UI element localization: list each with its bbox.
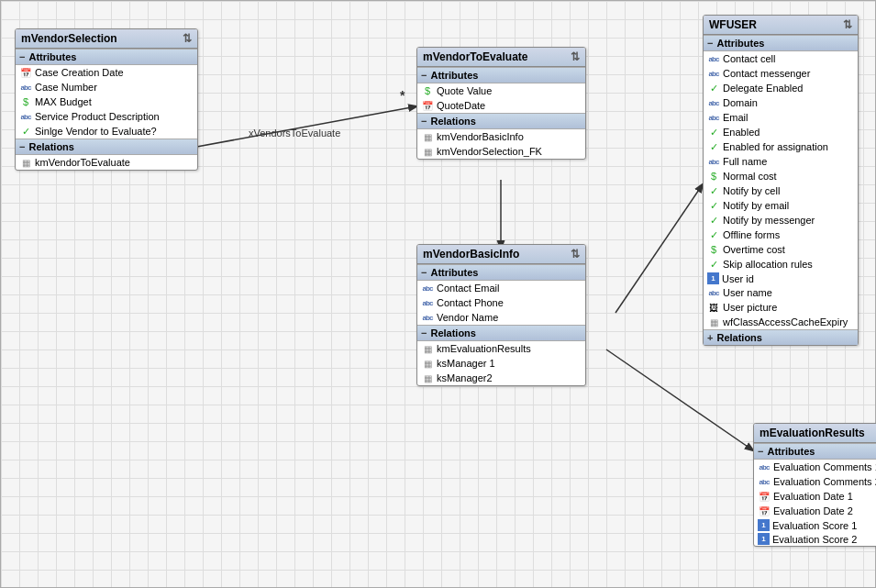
entity-mVendorBasicInfo: mVendorBasicInfo ⇅ − Attributes abc Cont… [416,244,586,386]
abc-icon: abc [707,155,720,168]
entity-mVendorToEvaluate: mVendorToEvaluate ⇅ − Attributes $ Quote… [416,47,586,160]
attr-contact-messenger: abc Contact messenger [704,66,858,81]
entity-header-WFUSER: WFUSER ⇅ [704,16,858,35]
rel-ksManager2: ▦ ksManager2 [417,371,585,385]
calendar-icon: 📅 [758,490,771,503]
expand-icon[interactable]: ⇅ [183,32,192,45]
attr-user-picture: 🖼 User picture [704,300,858,315]
attr-eval-comments-2: abc Evaluation Comments 2 [754,474,876,489]
entity-mEvaluationResults: mEvaluationResults ⇅ − Attributes abc Ev… [753,423,876,547]
abc-icon: abc [758,460,771,473]
attr-enabled: ✓ Enabled [704,125,858,139]
abc-icon: abc [758,475,771,488]
dollar-icon: $ [19,95,32,108]
attr-eval-date-2: 📅 Evaluation Date 2 [754,504,876,518]
entity-WFUSER: WFUSER ⇅ − Attributes abc Contact cell a… [703,15,859,346]
dollar-icon: $ [421,84,434,97]
expand-icon[interactable]: ⇅ [571,248,580,261]
rel-kmVendorSelection-fk: ▦ kmVendorSelection_FK [417,144,585,159]
attributes-section-header: − Attributes [704,35,858,51]
entity-header-mVendorToEvaluate: mVendorToEvaluate ⇅ [417,48,585,67]
attr-eval-date-1: 📅 Evaluation Date 1 [754,489,876,504]
attr-user-id: 1 User id [704,272,858,285]
attr-enabled-for-assignation: ✓ Enabled for assignation [704,139,858,154]
attr-delegate-enabled: ✓ Delegate Enabled [704,81,858,95]
calendar-icon: 📅 [19,66,32,79]
attr-case-number: abc Case Number [16,80,197,94]
entity-header-mVendorSelection: mVendorSelection ⇅ [16,29,197,49]
abc-icon: abc [421,296,434,309]
diagram-canvas: xVendorsToEvaluate * mVendorSelection ⇅ … [0,0,876,588]
abc-icon: abc [707,111,720,124]
abc-icon2: abc [19,110,32,123]
check-icon: ✓ [707,258,720,271]
attr-quote-value: $ Quote Value [417,83,585,98]
entity-title: mVendorBasicInfo [423,248,519,261]
check-icon: ✓ [19,125,32,138]
attr-overtime-cost: $ Overtime cost [704,242,858,257]
attr-vendor-name: abc Vendor Name [417,310,585,325]
num-icon: 1 [758,519,770,531]
entity-title: mVendorToEvaluate [423,50,527,63]
abc-icon: abc [707,96,720,109]
attributes-section-header: − Attributes [16,49,197,65]
grid-icon: ▦ [19,156,32,169]
attr-email: abc Email [704,110,858,125]
arrow-label-xVendors: xVendorsToEvaluate [249,128,340,139]
check-icon: ✓ [707,140,720,153]
attr-skip-allocation: ✓ Skip allocation rules [704,257,858,272]
svg-line-2 [615,184,703,313]
attributes-section-header: − Attributes [417,264,585,281]
expand-icon[interactable]: ⇅ [843,18,852,31]
dollar-icon: $ [707,170,720,183]
rel-ksManager1: ▦ ksManager 1 [417,356,585,371]
expand-icon[interactable]: ⇅ [571,50,580,63]
entity-title: WFUSER [709,18,757,31]
grid-icon: ▦ [421,357,434,370]
attr-wfclass-access: ▦ wfClassAccessCacheExpiry [704,315,858,329]
attr-case-creation-date: 📅 Case Creation Date [16,65,197,80]
num-icon: 1 [707,272,719,284]
attr-normal-cost: $ Normal cost [704,169,858,183]
attr-eval-score-1: 1 Evaluation Score 1 [754,518,876,532]
attr-offline-forms: ✓ Offline forms [704,227,858,242]
arrow-star: * [400,88,405,103]
check-icon: ✓ [707,228,720,241]
attr-notify-by-email: ✓ Notify by email [704,198,858,213]
grid-icon: ▦ [421,342,434,355]
abc-icon: abc [707,286,720,299]
wfuser-relations-collapsed[interactable]: + Relations [704,329,858,345]
relations-section-header: − Relations [16,139,197,155]
attr-quote-date: 📅 QuoteDate [417,98,585,113]
rel-kmEvaluationResults: ▦ kmEvaluationResults [417,341,585,356]
attributes-section-header: − Attributes [417,67,585,83]
attr-single-vendor: ✓ Sinlge Vendor to Evaluate? [16,124,197,139]
attr-domain: abc Domain [704,95,858,110]
entity-title: mEvaluationResults [760,427,865,439]
grid-icon: ▦ [421,130,434,143]
check-icon: ✓ [707,184,720,197]
entity-title: mVendorSelection [21,32,117,45]
grid-icon: ▦ [421,145,434,158]
attr-eval-score-2: 1 Evaluation Score 2 [754,532,876,546]
attr-notify-by-cell: ✓ Notify by cell [704,183,858,198]
svg-line-3 [606,349,753,450]
attr-contact-phone: abc Contact Phone [417,295,585,310]
attributes-section-header: − Attributes [754,443,876,460]
entity-mVendorSelection: mVendorSelection ⇅ − Attributes 📅 Case C… [15,28,198,171]
abc-icon: abc [19,81,32,94]
num-icon2: 1 [758,533,770,545]
check-icon: ✓ [707,214,720,227]
check-icon: ✓ [707,82,720,94]
attr-contact-email: abc Contact Email [417,281,585,295]
rel-kmVendorToEvaluate: ▦ kmVendorToEvaluate [16,155,197,170]
attr-max-budget: $ MAX Budget [16,94,197,109]
entity-header-mVendorBasicInfo: mVendorBasicInfo ⇅ [417,245,585,264]
abc-icon: abc [707,52,720,65]
rel-kmVendorBasicInfo: ▦ kmVendorBasicInfo [417,129,585,144]
relations-section-header: − Relations [417,325,585,341]
attr-full-name: abc Full name [704,154,858,169]
abc-icon: abc [421,282,434,294]
image-icon: 🖼 [707,301,720,314]
check-icon: ✓ [707,126,720,139]
